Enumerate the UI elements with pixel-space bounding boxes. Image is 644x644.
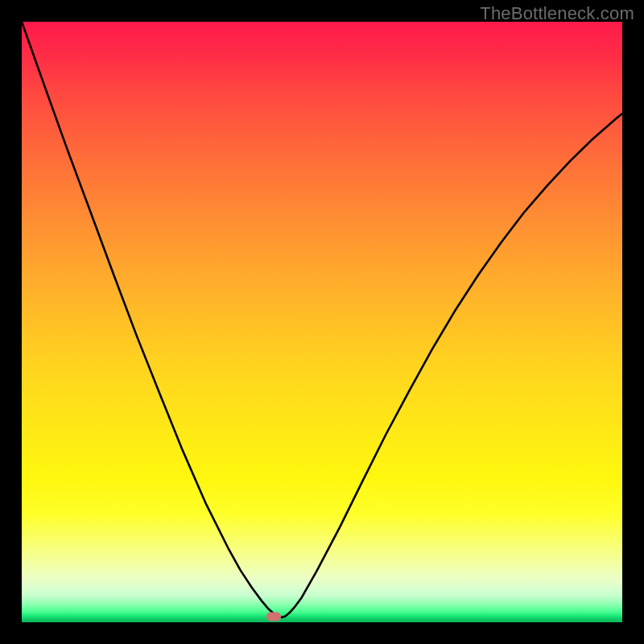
plot-area: [22, 22, 622, 622]
bottleneck-curve: [22, 22, 622, 622]
chart-frame: TheBottleneck.com: [0, 0, 644, 644]
optimum-marker: [266, 613, 281, 621]
